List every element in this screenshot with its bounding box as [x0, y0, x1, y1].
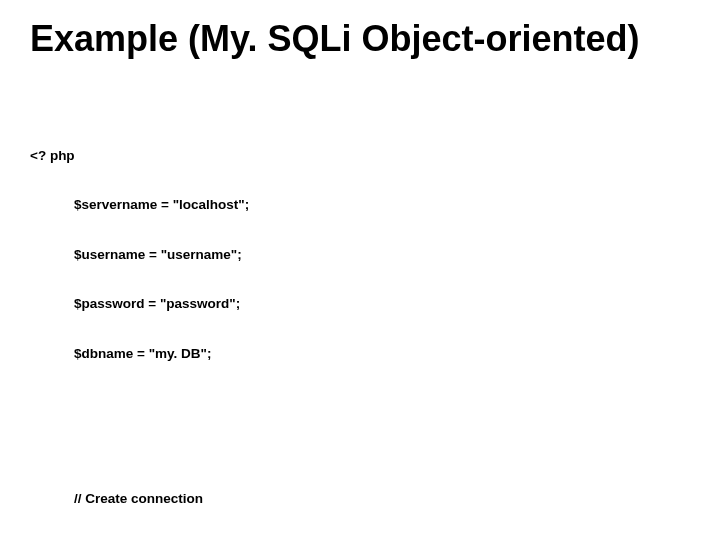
- code-line: $password = "password";: [30, 296, 690, 312]
- code-line: $username = "username";: [30, 247, 690, 263]
- code-line: <? php: [30, 148, 690, 164]
- slide-title: Example (My. SQLi Object-oriented): [30, 18, 690, 60]
- code-block: <? php $servername = "localhost"; $usern…: [30, 82, 690, 540]
- code-line: // Create connection: [30, 491, 690, 507]
- code-line: $servername = "localhost";: [30, 197, 690, 213]
- code-line: $dbname = "my. DB";: [30, 346, 690, 362]
- slide: Example (My. SQLi Object-oriented) <? ph…: [0, 0, 720, 540]
